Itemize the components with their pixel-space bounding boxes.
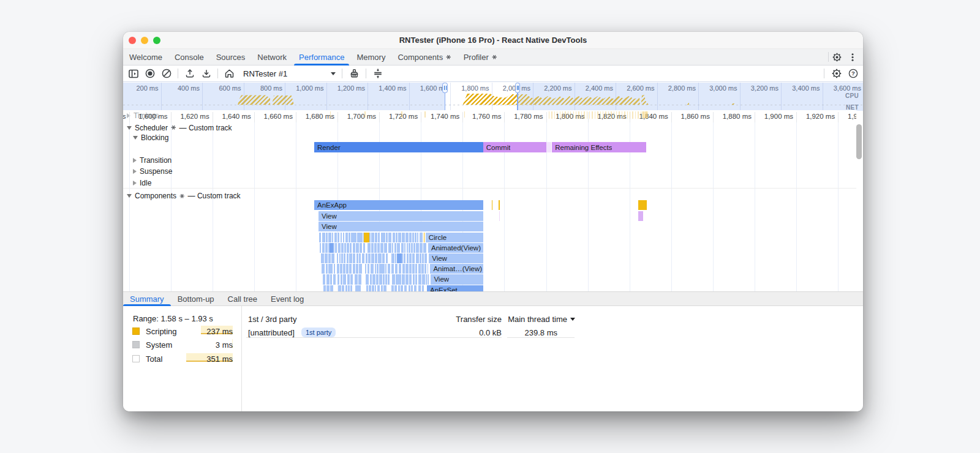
legend-row-system[interactable]: System3 ms: [123, 340, 241, 350]
track-suffix: — Custom track: [188, 192, 241, 200]
column-header-party[interactable]: 1st / 3rd party: [248, 315, 296, 324]
legend-row-total[interactable]: Total351 ms: [123, 354, 241, 364]
tab-event-log[interactable]: Event log: [264, 292, 311, 305]
custom-track-badge-icon: [171, 125, 176, 130]
track-label-idle[interactable]: Idle: [133, 179, 151, 187]
tab-label: Call tree: [228, 294, 257, 304]
custom-track-badge-icon: [179, 193, 185, 199]
table-row-transfer-size: 0.0 kB: [428, 328, 502, 337]
column-header-transfer-size[interactable]: Transfer size: [428, 315, 502, 324]
tab-bottom-up[interactable]: Bottom-up: [171, 292, 221, 305]
track-label-suspense[interactable]: Suspense: [133, 167, 172, 176]
details-tab-bar: SummaryBottom-upCall treeEvent log: [123, 291, 863, 306]
legend-value: 237 ms: [172, 327, 233, 336]
legend-label: System: [146, 340, 172, 350]
track-name: Blocking: [141, 133, 168, 142]
track-name: Suspense: [140, 167, 172, 176]
party-table: 1st / 3rd party Transfer size Main threa…: [242, 306, 585, 355]
tab-call-tree[interactable]: Call tree: [221, 292, 264, 305]
chevron-collapsed-icon: [133, 169, 137, 174]
legend-swatch: [132, 355, 140, 362]
chevron-expanded-icon: [127, 194, 132, 198]
vertical-scrollbar-thumb[interactable]: [856, 124, 862, 159]
table-border: [507, 337, 575, 338]
legend-value: 3 ms: [172, 340, 233, 350]
table-row-name[interactable]: [unattributed]: [248, 328, 295, 337]
track-suffix: — Custom track: [179, 124, 232, 132]
track-label-blocking[interactable]: Blocking: [133, 133, 168, 142]
tab-label: Bottom-up: [178, 294, 214, 304]
legend-row-scripting[interactable]: Scripting237 ms: [123, 327, 241, 337]
column-header-main-thread-time[interactable]: Main thread time: [506, 315, 567, 324]
track-label-scheduler[interactable]: Scheduler— Custom track: [127, 124, 232, 132]
devtools-window: RNTester (iPhone 16 Pro) - React Native …: [123, 32, 863, 411]
range-label: Range: 1.58 s – 1.93 s: [133, 314, 213, 323]
tab-summary[interactable]: Summary: [123, 292, 171, 305]
first-party-chip: 1st party: [301, 328, 336, 337]
track-label-components[interactable]: Components— Custom track: [127, 192, 241, 200]
track-name: Idle: [140, 179, 151, 187]
chevron-collapsed-icon: [133, 158, 137, 163]
summary-panel: Range: 1.58 s – 1.93 s Scripting237 msSy…: [123, 306, 863, 411]
legend-label: Total: [146, 354, 162, 364]
legend-swatch: [132, 341, 140, 348]
legend-swatch: [132, 328, 140, 335]
table-row-main-thread-time: 239.8 ms: [496, 328, 557, 337]
chevron-expanded-icon: [133, 136, 138, 140]
tab-label: Summary: [130, 294, 164, 304]
track-label-transition[interactable]: Transition: [133, 156, 172, 165]
track-separator: [123, 188, 856, 189]
table-border: [246, 337, 502, 338]
chevron-collapsed-icon: [133, 181, 137, 185]
chevron-expanded-icon: [127, 126, 132, 130]
legend-value: 351 ms: [172, 354, 233, 364]
track-name: Transition: [140, 156, 172, 165]
track-name: Components: [135, 192, 176, 200]
sort-arrow-icon: [570, 318, 575, 321]
track-name: Scheduler: [135, 124, 168, 132]
track-labels-layer: Scheduler— Custom trackBlockingTransitio…: [123, 32, 856, 291]
tab-label: Event log: [271, 294, 304, 304]
